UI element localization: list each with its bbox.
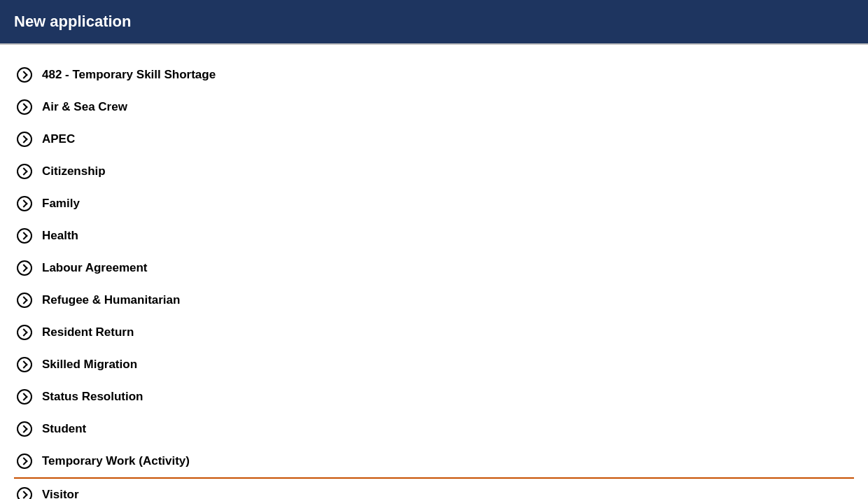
item-refugee[interactable]: Refugee & Humanitarian (14, 284, 854, 316)
item-visitor-label: Visitor (42, 488, 79, 499)
item-citizenship-icon (17, 164, 32, 179)
item-labour-agreement-icon (17, 260, 32, 276)
item-health-label: Health (42, 229, 78, 243)
item-resident-return[interactable]: Resident Return (14, 316, 854, 349)
item-resident-return-icon (17, 325, 32, 340)
item-labour-agreement-label: Labour Agreement (42, 261, 148, 275)
item-skilled-migration-icon (17, 357, 32, 372)
item-visitor-icon (17, 487, 32, 499)
item-air-sea-crew-icon (17, 99, 32, 115)
item-skilled-migration-label: Skilled Migration (42, 358, 137, 372)
item-family[interactable]: Family (14, 188, 854, 220)
item-skilled-migration[interactable]: Skilled Migration (14, 349, 854, 381)
item-temporary-work[interactable]: Temporary Work (Activity) (14, 445, 854, 477)
item-refugee-label: Refugee & Humanitarian (42, 293, 180, 307)
item-student[interactable]: Student (14, 413, 854, 445)
item-resident-return-label: Resident Return (42, 325, 134, 339)
item-labour-agreement[interactable]: Labour Agreement (14, 252, 854, 284)
item-482[interactable]: 482 - Temporary Skill Shortage (14, 59, 854, 91)
item-temporary-work-label: Temporary Work (Activity) (42, 454, 190, 468)
header: New application (0, 0, 868, 45)
page-title: New application (14, 13, 131, 30)
item-air-sea-crew[interactable]: Air & Sea Crew (14, 91, 854, 123)
list-container: 482 - Temporary Skill ShortageAir & Sea … (0, 45, 868, 499)
item-citizenship[interactable]: Citizenship (14, 155, 854, 188)
item-visitor[interactable]: Visitor (14, 477, 854, 499)
item-apec-label: APEC (42, 132, 75, 146)
item-air-sea-crew-label: Air & Sea Crew (42, 100, 127, 114)
item-citizenship-label: Citizenship (42, 164, 106, 178)
item-refugee-icon (17, 293, 32, 308)
item-482-icon (17, 67, 32, 83)
item-status-resolution-label: Status Resolution (42, 390, 144, 404)
item-apec[interactable]: APEC (14, 123, 854, 155)
item-status-resolution[interactable]: Status Resolution (14, 381, 854, 413)
item-family-icon (17, 196, 32, 211)
item-health[interactable]: Health (14, 220, 854, 252)
item-apec-icon (17, 132, 32, 147)
item-health-icon (17, 228, 32, 244)
item-482-label: 482 - Temporary Skill Shortage (42, 68, 216, 82)
item-student-icon (17, 421, 32, 437)
item-family-label: Family (42, 197, 80, 211)
item-status-resolution-icon (17, 389, 32, 405)
item-temporary-work-icon (17, 454, 32, 469)
item-student-label: Student (42, 422, 86, 436)
